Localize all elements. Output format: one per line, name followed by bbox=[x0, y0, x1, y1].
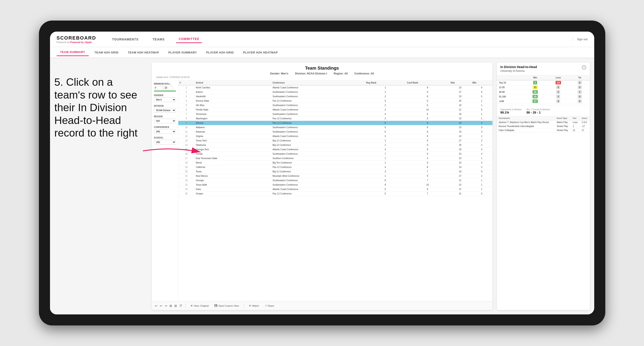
table-row[interactable]: 21 New Mexico Mountain West Conference 1… bbox=[178, 174, 492, 178]
cell-win: 3 bbox=[471, 130, 492, 134]
filter-division-select[interactable]: NCAA Division I bbox=[154, 108, 176, 113]
clock-icon[interactable]: ⏱ bbox=[179, 304, 182, 308]
cell-school: Vanderbilt bbox=[194, 94, 271, 99]
sub-nav-player-summary[interactable]: PLAYER SUMMARY bbox=[165, 49, 200, 56]
h2h-range: 51-100 bbox=[497, 94, 524, 99]
cell-rds: 24 bbox=[449, 134, 471, 139]
cell-school: Texas bbox=[194, 170, 271, 174]
table-row[interactable]: 6 Florida State Atlantic Coast Conferenc… bbox=[178, 108, 492, 112]
t-col-score: Score bbox=[580, 116, 590, 120]
table-row[interactable]: 23 Texas A&M Southeastern Conference 9 1… bbox=[178, 183, 492, 187]
cell-reg-rank: 1 bbox=[365, 156, 406, 161]
filter-region-select[interactable]: N/A bbox=[154, 119, 176, 123]
table-row[interactable]: 15 Georgia Tech Atlantic Coast Conferenc… bbox=[178, 147, 492, 152]
cell-school: New Mexico bbox=[194, 174, 271, 178]
sub-nav-team-summary[interactable]: TEAM SUMMARY bbox=[57, 49, 89, 56]
redo-icon[interactable]: ↪ bbox=[164, 304, 167, 308]
sub-nav-team-h2h-grid[interactable]: TEAM H2H GRID bbox=[91, 49, 122, 56]
filter-gender: Gender Men's bbox=[154, 94, 176, 102]
view-original-btn[interactable]: 👁 View: Original bbox=[189, 304, 210, 308]
grid-icon[interactable]: ⊞ bbox=[174, 304, 177, 308]
annotation-arrow bbox=[138, 142, 205, 161]
watch-btn[interactable]: 👁 Watch bbox=[247, 304, 261, 308]
cell-rds: 24 bbox=[449, 152, 471, 156]
table-row[interactable]: 11 Arkansas Southeastern Conference 6 8 … bbox=[178, 130, 492, 134]
h2h-close-button[interactable]: ✕ bbox=[582, 65, 586, 70]
undo-icon[interactable]: ↩ bbox=[155, 304, 158, 308]
undo2-icon[interactable]: ↩ bbox=[160, 304, 162, 308]
table-row[interactable]: 7 Tennessee Southeastern Conference 4 6 … bbox=[178, 112, 492, 116]
h2h-loss: 0 bbox=[547, 99, 570, 104]
conference-meta: Conference: All bbox=[354, 72, 374, 75]
filter-max-input[interactable] bbox=[164, 86, 172, 90]
cell-conference: Big 12 Conference bbox=[271, 139, 365, 143]
cell-rank: 11 bbox=[178, 130, 195, 134]
filter-min-input[interactable] bbox=[154, 86, 163, 90]
table-row[interactable]: 9 Arizona Pac-12 Conference 5 8 23 3 bbox=[178, 121, 492, 125]
table-row[interactable]: 5 Ole Miss Southeastern Conference 3 6 1… bbox=[178, 103, 492, 108]
table-row[interactable]: 17 East Tennessee State Southern Confere… bbox=[178, 156, 492, 161]
cell-conf-rank: 8 bbox=[406, 130, 449, 134]
table-row[interactable]: 25 Oregon Pac-12 Conference 5 7 21 0 bbox=[178, 191, 492, 196]
cell-conf-rank: 9 bbox=[406, 90, 449, 94]
sign-out-button[interactable]: Sign out bbox=[572, 37, 588, 41]
h2h-win: 27 bbox=[524, 99, 547, 104]
table-row[interactable]: 3 Vanderbilt Southeastern Conference 2 8… bbox=[178, 94, 492, 99]
h2h-tie: 0 bbox=[570, 94, 590, 99]
zoom-icon[interactable]: ⊞ bbox=[170, 304, 172, 308]
cell-conf-rank: 8 bbox=[406, 116, 449, 121]
table-row[interactable]: 12 Virginia Atlantic Coast Conference 3 … bbox=[178, 134, 492, 139]
h2h-tie: 1 bbox=[570, 90, 590, 94]
t-col-pos: Pos bbox=[571, 116, 580, 120]
cell-rank: 22 bbox=[178, 178, 195, 183]
sub-nav-player-h2h-heatmap[interactable]: PLAYER H2H HEATMAP bbox=[240, 49, 282, 56]
filter-conference-select[interactable]: (All) bbox=[154, 129, 176, 134]
table-row[interactable]: 24 Duke Atlantic Coast Conference 5 9 27… bbox=[178, 187, 492, 191]
cell-win: 1 bbox=[471, 134, 492, 139]
t-score: 17 bbox=[580, 128, 590, 132]
h2h-header-text: In Division Head-to-Head University of A… bbox=[500, 65, 537, 72]
sub-nav-team-h2h-heatmap[interactable]: TEAM H2H HEATMAP bbox=[124, 49, 162, 56]
table-row[interactable]: 4 Arizona State Pac-12 Conference 4 6 26… bbox=[178, 99, 492, 103]
table-row[interactable]: 2 Auburn Southeastern Conference 1 9 27 … bbox=[178, 90, 492, 94]
table-row[interactable]: 19 California Pac-12 Conference 4 8 24 2 bbox=[178, 165, 492, 170]
cell-conf-rank: 10 bbox=[406, 108, 449, 112]
cell-rds: 21 bbox=[449, 108, 471, 112]
sub-nav-player-h2h-grid[interactable]: PLAYER H2H GRID bbox=[203, 49, 238, 56]
cell-rank: 10 bbox=[178, 125, 195, 130]
save-custom-btn[interactable]: 💾 Save Custom View bbox=[212, 303, 241, 308]
table-row[interactable]: 1 North Carolina Atlantic Coast Conferen… bbox=[178, 85, 492, 90]
cell-win: 4 bbox=[471, 152, 492, 156]
filter-min-rounds-row bbox=[154, 86, 176, 90]
tablet-screen: SCOREBOARD Powered by Powered by clippd … bbox=[50, 32, 594, 314]
cell-conference: Big 12 Conference bbox=[271, 143, 365, 147]
cell-rds: 27 bbox=[449, 174, 471, 178]
cell-school: Arizona State bbox=[194, 99, 271, 103]
table-row[interactable]: 20 Texas Big 12 Conference 3 7 20 0 bbox=[178, 170, 492, 174]
cell-school: North Carolina bbox=[194, 85, 271, 90]
cell-rank: 7 bbox=[178, 112, 195, 116]
table-row[interactable]: 13 Texas Tech Big 12 Conference 1 9 27 2 bbox=[178, 139, 492, 143]
nav-teams[interactable]: TEAMS bbox=[150, 36, 167, 43]
cell-rds: 23 bbox=[449, 156, 471, 161]
cell-rank: 21 bbox=[178, 174, 195, 178]
table-row[interactable]: 16 Florida Southeastern Conference 7 9 2… bbox=[178, 152, 492, 156]
table-row[interactable]: 22 Georgia Southeastern Conference 8 7 2… bbox=[178, 178, 492, 183]
table-row[interactable]: 8 Washington Pac-12 Conference 2 8 23 1 bbox=[178, 116, 492, 121]
cell-school: Auburn bbox=[194, 90, 271, 94]
nav-committee[interactable]: COMMITTEE bbox=[176, 35, 202, 43]
cell-rds: 26 bbox=[449, 143, 471, 147]
share-btn[interactable]: ↗ Share bbox=[263, 303, 276, 308]
filter-school-label: School bbox=[154, 137, 176, 139]
table-row[interactable]: 14 Oklahoma Big 12 Conference 1 9 26 2 bbox=[178, 143, 492, 147]
col-conference: Conference bbox=[271, 80, 365, 85]
table-row[interactable]: 10 Alabama Southeastern Conference 5 8 2… bbox=[178, 125, 492, 130]
filter-gender-select[interactable]: Men's bbox=[154, 97, 176, 102]
cell-rds: 18 bbox=[449, 103, 471, 108]
table-row[interactable]: 18 Illinois Big Ten Conference 1 9 23 3 bbox=[178, 161, 492, 165]
col-conf-rank: Conf Rank bbox=[406, 80, 449, 85]
cell-reg-rank: 5 bbox=[365, 191, 406, 196]
cell-win: 0 bbox=[471, 170, 492, 174]
tablet-frame: SCOREBOARD Powered by Powered by clippd … bbox=[39, 20, 605, 326]
nav-tournaments[interactable]: TOURNAMENTS bbox=[109, 36, 141, 43]
